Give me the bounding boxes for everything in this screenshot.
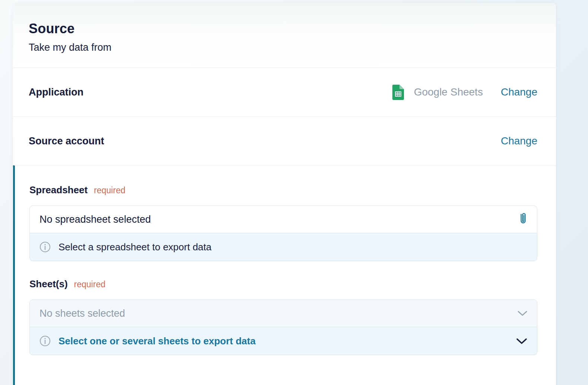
spreadsheet-field-group: No spreadsheet selected Select a spreads…	[29, 206, 537, 261]
spreadsheet-picker-input[interactable]: No spreadsheet selected	[29, 206, 537, 233]
page-subtitle: Take my data from	[29, 42, 540, 53]
sheets-select-placeholder: No sheets selected	[39, 308, 125, 319]
source-account-label: Source account	[29, 135, 104, 147]
spreadsheet-picker-value: No spreadsheet selected	[39, 214, 151, 225]
sheets-hint-box[interactable]: Select one or several sheets to export d…	[29, 327, 537, 355]
spreadsheet-hint-text: Select a spreadsheet to export data	[59, 241, 212, 253]
application-label: Application	[29, 87, 83, 98]
google-sheets-icon	[392, 85, 404, 100]
sheets-hint-text: Select one or several sheets to export d…	[59, 335, 256, 347]
application-row: Application Google Sheets Change	[13, 68, 556, 116]
selected-application: Google Sheets	[392, 85, 483, 100]
sheets-field-group: No sheets selected Select one or several…	[29, 300, 537, 355]
spreadsheet-label: Spreadsheet	[29, 184, 88, 196]
source-settings-section: Spreadsheet required No spreadsheet sele…	[13, 165, 556, 385]
chevron-down-icon	[518, 311, 527, 316]
spreadsheet-hint-box: Select a spreadsheet to export data	[29, 233, 537, 261]
spreadsheet-required-badge: required	[94, 185, 125, 195]
page-title: Source	[29, 21, 540, 37]
sheets-label: Sheet(s)	[29, 278, 68, 290]
change-account-link[interactable]: Change	[501, 135, 537, 147]
expand-chevron-down-icon[interactable]	[516, 338, 527, 344]
info-icon	[39, 241, 51, 253]
application-name: Google Sheets	[414, 86, 483, 98]
paperclip-icon[interactable]	[519, 212, 527, 227]
source-config-card: Source Take my data from Application Goo…	[13, 3, 556, 385]
sheets-select[interactable]: No sheets selected	[29, 300, 537, 327]
sheets-required-badge: required	[74, 279, 105, 289]
source-account-row: Source account Change	[13, 116, 556, 165]
spreadsheet-label-row: Spreadsheet required	[29, 184, 537, 196]
change-application-link[interactable]: Change	[501, 86, 537, 98]
sheets-label-row: Sheet(s) required	[29, 278, 537, 290]
card-header: Source Take my data from	[13, 3, 556, 68]
info-icon	[39, 335, 51, 347]
